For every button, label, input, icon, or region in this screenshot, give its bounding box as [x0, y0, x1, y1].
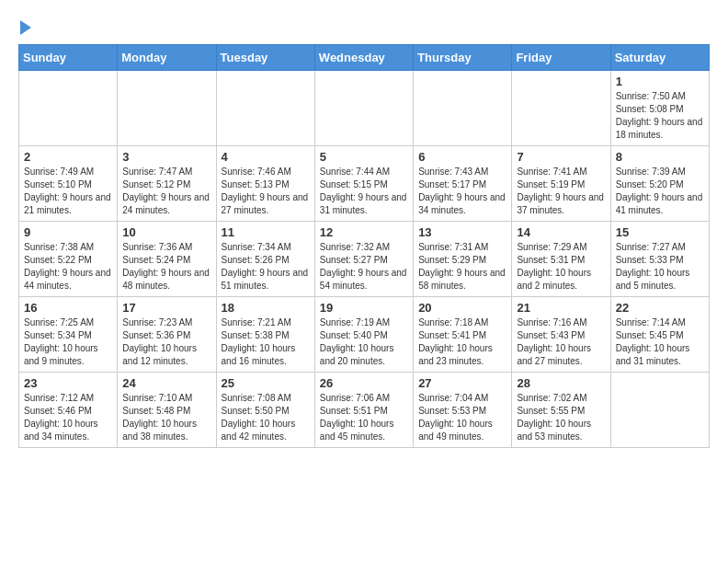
calendar-cell: 13Sunrise: 7:31 AM Sunset: 5:29 PM Dayli…	[414, 222, 512, 297]
week-row-0: 1Sunrise: 7:50 AM Sunset: 5:08 PM Daylig…	[19, 71, 710, 146]
day-info: Sunrise: 7:41 AM Sunset: 5:19 PM Dayligh…	[517, 166, 605, 217]
calendar-cell	[314, 71, 413, 146]
day-info: Sunrise: 7:29 AM Sunset: 5:31 PM Dayligh…	[517, 241, 605, 293]
day-number: 20	[418, 301, 506, 315]
day-info: Sunrise: 7:50 AM Sunset: 5:08 PM Dayligh…	[616, 90, 704, 142]
day-number: 18	[222, 301, 310, 315]
weekday-header-monday: Monday	[118, 45, 216, 71]
day-number: 13	[418, 225, 506, 239]
logo	[18, 18, 31, 35]
day-number: 8	[616, 150, 704, 164]
calendar-cell: 6Sunrise: 7:43 AM Sunset: 5:17 PM Daylig…	[414, 146, 512, 222]
day-info: Sunrise: 7:14 AM Sunset: 5:45 PM Dayligh…	[616, 316, 704, 368]
weekday-header-row: SundayMondayTuesdayWednesdayThursdayFrid…	[19, 45, 710, 71]
day-number: 15	[616, 225, 704, 239]
calendar-cell: 24Sunrise: 7:10 AM Sunset: 5:48 PM Dayli…	[118, 373, 216, 448]
day-info: Sunrise: 7:04 AM Sunset: 5:53 PM Dayligh…	[418, 392, 506, 443]
day-info: Sunrise: 7:21 AM Sunset: 5:38 PM Dayligh…	[222, 316, 310, 368]
page-header	[18, 18, 710, 35]
calendar-cell: 23Sunrise: 7:12 AM Sunset: 5:46 PM Dayli…	[19, 373, 118, 448]
day-info: Sunrise: 7:02 AM Sunset: 5:55 PM Dayligh…	[517, 392, 605, 443]
calendar-cell	[216, 71, 314, 146]
logo-arrow-icon	[20, 20, 31, 35]
calendar-cell: 2Sunrise: 7:49 AM Sunset: 5:10 PM Daylig…	[19, 146, 118, 222]
weekday-header-saturday: Saturday	[610, 45, 709, 71]
day-number: 5	[320, 150, 408, 164]
day-number: 17	[122, 301, 210, 315]
calendar-cell: 10Sunrise: 7:36 AM Sunset: 5:24 PM Dayli…	[118, 222, 216, 297]
day-number: 2	[24, 150, 112, 164]
week-row-2: 9Sunrise: 7:38 AM Sunset: 5:22 PM Daylig…	[19, 222, 710, 297]
calendar-cell: 18Sunrise: 7:21 AM Sunset: 5:38 PM Dayli…	[216, 297, 314, 373]
day-info: Sunrise: 7:44 AM Sunset: 5:15 PM Dayligh…	[320, 166, 408, 217]
day-info: Sunrise: 7:12 AM Sunset: 5:46 PM Dayligh…	[24, 392, 112, 443]
day-info: Sunrise: 7:06 AM Sunset: 5:51 PM Dayligh…	[320, 392, 408, 443]
day-info: Sunrise: 7:39 AM Sunset: 5:20 PM Dayligh…	[616, 166, 704, 217]
calendar-cell: 11Sunrise: 7:34 AM Sunset: 5:26 PM Dayli…	[216, 222, 314, 297]
day-info: Sunrise: 7:34 AM Sunset: 5:26 PM Dayligh…	[222, 241, 310, 293]
calendar-cell: 5Sunrise: 7:44 AM Sunset: 5:15 PM Daylig…	[314, 146, 413, 222]
weekday-header-tuesday: Tuesday	[216, 45, 314, 71]
calendar-cell: 22Sunrise: 7:14 AM Sunset: 5:45 PM Dayli…	[610, 297, 709, 373]
day-info: Sunrise: 7:18 AM Sunset: 5:41 PM Dayligh…	[418, 316, 506, 368]
weekday-header-wednesday: Wednesday	[314, 45, 413, 71]
day-info: Sunrise: 7:27 AM Sunset: 5:33 PM Dayligh…	[616, 241, 704, 293]
calendar-table: SundayMondayTuesdayWednesdayThursdayFrid…	[18, 44, 710, 448]
day-number: 21	[517, 301, 605, 315]
day-number: 6	[418, 150, 506, 164]
calendar-cell: 8Sunrise: 7:39 AM Sunset: 5:20 PM Daylig…	[610, 146, 709, 222]
day-number: 1	[616, 75, 704, 88]
day-info: Sunrise: 7:25 AM Sunset: 5:34 PM Dayligh…	[24, 316, 112, 368]
weekday-header-thursday: Thursday	[414, 45, 512, 71]
calendar-cell: 9Sunrise: 7:38 AM Sunset: 5:22 PM Daylig…	[19, 222, 118, 297]
day-number: 27	[418, 376, 506, 390]
week-row-1: 2Sunrise: 7:49 AM Sunset: 5:10 PM Daylig…	[19, 146, 710, 222]
calendar-cell: 17Sunrise: 7:23 AM Sunset: 5:36 PM Dayli…	[118, 297, 216, 373]
week-row-3: 16Sunrise: 7:25 AM Sunset: 5:34 PM Dayli…	[19, 297, 710, 373]
calendar-cell	[19, 71, 118, 146]
calendar-cell	[610, 373, 709, 448]
day-info: Sunrise: 7:49 AM Sunset: 5:10 PM Dayligh…	[24, 166, 112, 217]
day-number: 9	[24, 225, 112, 239]
weekday-header-sunday: Sunday	[19, 45, 118, 71]
calendar-cell: 1Sunrise: 7:50 AM Sunset: 5:08 PM Daylig…	[610, 71, 709, 146]
day-number: 3	[122, 150, 210, 164]
calendar-cell: 26Sunrise: 7:06 AM Sunset: 5:51 PM Dayli…	[314, 373, 413, 448]
calendar-cell: 12Sunrise: 7:32 AM Sunset: 5:27 PM Dayli…	[314, 222, 413, 297]
day-number: 26	[320, 376, 408, 390]
calendar-cell: 4Sunrise: 7:46 AM Sunset: 5:13 PM Daylig…	[216, 146, 314, 222]
day-info: Sunrise: 7:38 AM Sunset: 5:22 PM Dayligh…	[24, 241, 112, 293]
day-number: 11	[222, 225, 310, 239]
calendar-cell: 7Sunrise: 7:41 AM Sunset: 5:19 PM Daylig…	[512, 146, 610, 222]
day-info: Sunrise: 7:19 AM Sunset: 5:40 PM Dayligh…	[320, 316, 408, 368]
day-info: Sunrise: 7:46 AM Sunset: 5:13 PM Dayligh…	[222, 166, 310, 217]
calendar-cell: 28Sunrise: 7:02 AM Sunset: 5:55 PM Dayli…	[512, 373, 610, 448]
day-info: Sunrise: 7:31 AM Sunset: 5:29 PM Dayligh…	[418, 241, 506, 293]
day-info: Sunrise: 7:47 AM Sunset: 5:12 PM Dayligh…	[122, 166, 210, 217]
day-number: 7	[517, 150, 605, 164]
day-info: Sunrise: 7:32 AM Sunset: 5:27 PM Dayligh…	[320, 241, 408, 293]
weekday-header-friday: Friday	[512, 45, 610, 71]
day-number: 12	[320, 225, 408, 239]
day-number: 25	[222, 376, 310, 390]
day-info: Sunrise: 7:10 AM Sunset: 5:48 PM Dayligh…	[122, 392, 210, 443]
day-number: 23	[24, 376, 112, 390]
calendar-cell: 21Sunrise: 7:16 AM Sunset: 5:43 PM Dayli…	[512, 297, 610, 373]
day-info: Sunrise: 7:08 AM Sunset: 5:50 PM Dayligh…	[222, 392, 310, 443]
calendar-cell: 16Sunrise: 7:25 AM Sunset: 5:34 PM Dayli…	[19, 297, 118, 373]
calendar-cell	[414, 71, 512, 146]
calendar-cell: 25Sunrise: 7:08 AM Sunset: 5:50 PM Dayli…	[216, 373, 314, 448]
day-number: 19	[320, 301, 408, 315]
day-info: Sunrise: 7:16 AM Sunset: 5:43 PM Dayligh…	[517, 316, 605, 368]
day-number: 22	[616, 301, 704, 315]
week-row-4: 23Sunrise: 7:12 AM Sunset: 5:46 PM Dayli…	[19, 373, 710, 448]
day-number: 4	[222, 150, 310, 164]
day-number: 10	[122, 225, 210, 239]
day-number: 16	[24, 301, 112, 315]
calendar-cell: 3Sunrise: 7:47 AM Sunset: 5:12 PM Daylig…	[118, 146, 216, 222]
day-info: Sunrise: 7:23 AM Sunset: 5:36 PM Dayligh…	[122, 316, 210, 368]
day-number: 24	[122, 376, 210, 390]
day-info: Sunrise: 7:43 AM Sunset: 5:17 PM Dayligh…	[418, 166, 506, 217]
day-number: 28	[517, 376, 605, 390]
calendar-cell: 15Sunrise: 7:27 AM Sunset: 5:33 PM Dayli…	[610, 222, 709, 297]
